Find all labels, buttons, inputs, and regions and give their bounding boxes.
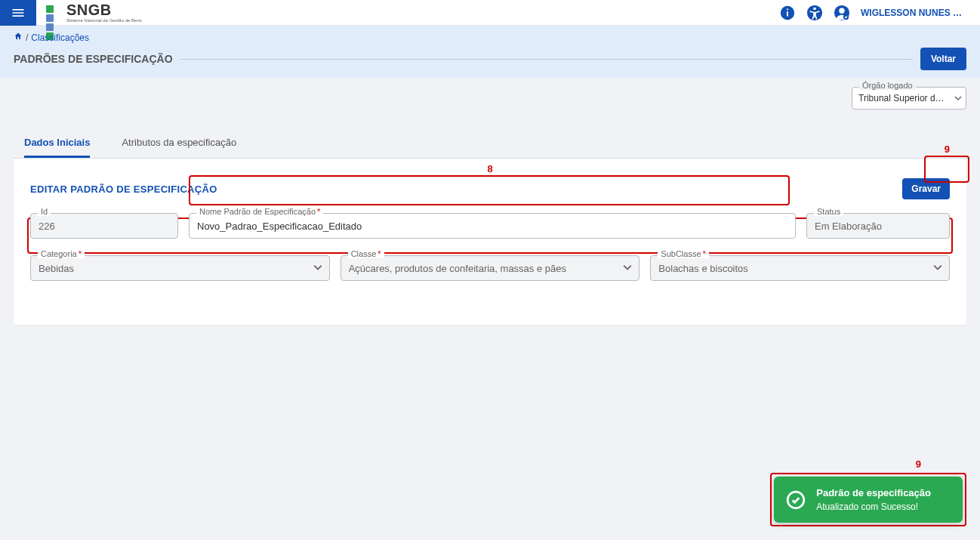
tab-dados-iniciais[interactable]: Dados Iniciais <box>24 137 90 158</box>
save-button[interactable]: Gravar <box>902 178 950 199</box>
svg-rect-2 <box>787 8 788 10</box>
accessibility-icon[interactable] <box>806 5 823 21</box>
toast-container: 9 Padrão de especificação Atualizado com… <box>770 458 966 526</box>
brand-subtitle: Sistema Nacional de Gestão de Bens <box>66 18 142 23</box>
tabs: Dados Iniciais Atributos da especificaçã… <box>14 137 966 159</box>
name-input[interactable] <box>189 213 796 239</box>
top-bar: SNGB Sistema Nacional de Gestão de Bens … <box>0 0 980 26</box>
breadcrumb-sep: / <box>26 32 28 43</box>
success-toast[interactable]: Padrão de especificação Atualizado com S… <box>774 477 963 523</box>
hamburger-icon <box>11 5 26 20</box>
brand-logo-icon <box>45 5 62 21</box>
id-input <box>30 213 178 239</box>
status-input <box>806 213 950 239</box>
brand: SNGB Sistema Nacional de Gestão de Bens <box>45 2 142 23</box>
page-head: / Classificações PADRÕES DE ESPECIFICAÇÃ… <box>0 26 980 78</box>
categoria-label: Categoria* <box>38 249 85 258</box>
svg-point-6 <box>839 8 844 13</box>
classe-label: Classe* <box>348 249 384 258</box>
org-select-field: Órgão logado <box>852 87 966 110</box>
info-icon[interactable] <box>779 5 796 21</box>
svg-point-4 <box>813 7 816 10</box>
status-label: Status <box>814 207 843 216</box>
topbar-right: WIGLESSON NUNES RO... <box>779 5 980 21</box>
brand-title: SNGB <box>66 2 112 18</box>
tab-atributos[interactable]: Atributos da especificação <box>122 137 236 158</box>
highlight-toast: Padrão de especificação Atualizado com S… <box>770 473 966 526</box>
toast-body: Atualizado com Sucesso! <box>816 501 931 512</box>
breadcrumb-home[interactable] <box>14 32 23 43</box>
subclasse-select[interactable] <box>650 255 950 281</box>
back-button[interactable]: Voltar <box>920 48 966 70</box>
name-label: Nome Padrão de Especificação* <box>196 207 323 216</box>
org-select-label: Órgão logado <box>859 81 916 90</box>
user-name-text[interactable]: WIGLESSON NUNES RO... <box>861 8 966 18</box>
org-select[interactable] <box>852 87 966 110</box>
page-title: PADRÕES DE ESPECIFICAÇÃO <box>14 53 173 65</box>
body-area: Órgão logado Dados Iniciais Atributos da… <box>0 78 980 334</box>
form-card: 9 8 8 EDITAR PADRÃO DE ESPECIFICAÇÃO Gra… <box>14 159 966 325</box>
check-circle-icon <box>786 490 806 510</box>
breadcrumb: / Classificações <box>14 32 966 43</box>
annotation-8-top: 8 <box>487 163 492 174</box>
breadcrumb-link[interactable]: Classificações <box>31 32 89 43</box>
title-divider <box>180 59 913 60</box>
subclasse-label: SubClasse* <box>658 249 708 258</box>
annotation-9-save: 9 <box>945 143 950 155</box>
form-section-title: EDITAR PADRÃO DE ESPECIFICAÇÃO <box>30 184 217 195</box>
categoria-select[interactable] <box>30 255 330 281</box>
home-icon <box>14 32 23 41</box>
classe-select[interactable] <box>341 255 640 281</box>
annotation-9-toast: 9 <box>770 458 921 470</box>
id-label: Id <box>38 207 51 216</box>
hamburger-menu-button[interactable] <box>0 0 36 26</box>
svg-rect-1 <box>787 11 788 16</box>
user-avatar-icon[interactable] <box>834 5 850 21</box>
toast-title: Padrão de especificação <box>816 487 931 498</box>
